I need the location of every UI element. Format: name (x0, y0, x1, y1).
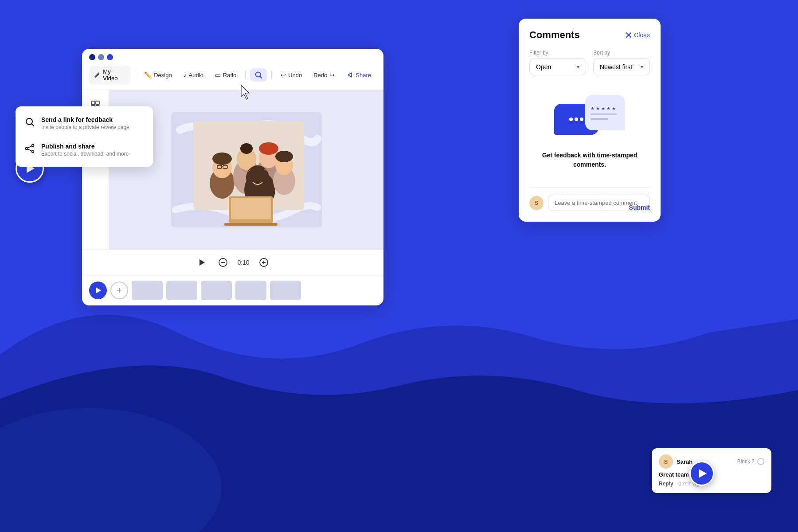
undo-btn[interactable]: ↩ Undo (276, 69, 306, 81)
redo-btn[interactable]: Redo ↪ (309, 69, 339, 81)
svg-line-9 (260, 77, 262, 78)
video-title[interactable]: My Video (89, 66, 130, 84)
share-label: Share (356, 72, 371, 78)
star-4: ★ (606, 106, 610, 111)
publish-share-icon (24, 143, 35, 154)
empty-heading: Get feedback with time-stamped comments. (542, 151, 638, 169)
ratio-btn[interactable]: ▭ Ratio (211, 69, 241, 81)
video-frame (171, 112, 322, 227)
svg-rect-35 (224, 223, 278, 226)
bubble-secondary: ★ ★ ★ ★ ★ (585, 95, 625, 130)
editor-card: My Video ✏️ Design ♪ Audio ▭ Ratio ↩ Und… (82, 49, 383, 305)
share-icon (347, 72, 353, 78)
zoom-in-btn[interactable] (257, 255, 271, 270)
time-display: 0:10 (237, 259, 249, 266)
sort-by-label: Sort by (593, 50, 650, 56)
publish-share-item[interactable]: Publish and share Export to social, down… (16, 137, 153, 163)
comments-empty-state: ★ ★ ★ ★ ★ Get feedback with time-stamped… (529, 86, 650, 180)
send-link-title: Send a link for feedback (41, 116, 129, 123)
comment-user: S Sarah (659, 454, 692, 469)
filter-by-label: Filter by (529, 50, 586, 56)
bubble-dot-1 (569, 117, 573, 121)
svg-point-21 (212, 153, 232, 165)
play-icon-right (699, 469, 707, 478)
share-btn[interactable]: Share (342, 69, 376, 81)
dot-1 (89, 54, 95, 60)
editor-toolbar: My Video ✏️ Design ♪ Audio ▭ Ratio ↩ Und… (82, 60, 383, 90)
design-label: Design (154, 72, 172, 78)
sort-by-select[interactable]: Newest first ▾ (593, 59, 650, 75)
svg-line-2 (32, 124, 34, 126)
send-link-feedback-item[interactable]: Send a link for feedback Invite people t… (16, 110, 153, 137)
filter-by-group: Filter by Open ▾ (529, 50, 586, 75)
reply-btn[interactable]: Reply (659, 481, 673, 487)
filmstrip-thumb-2[interactable] (166, 281, 197, 300)
commenter-avatar: S (659, 454, 673, 469)
svg-point-29 (246, 165, 269, 190)
redo-label: Redo (313, 72, 327, 78)
close-x-icon (625, 31, 632, 39)
filmstrip-thumb-4[interactable] (235, 281, 266, 300)
zoom-out-btn[interactable] (216, 255, 230, 270)
comments-close-btn[interactable]: Close (625, 31, 650, 39)
filmstrip-thumb-3[interactable] (201, 281, 232, 300)
star-2: ★ (596, 106, 600, 111)
svg-line-7 (27, 149, 32, 151)
star-row: ★ ★ ★ ★ ★ (591, 106, 616, 111)
filmstrip-thumb-1[interactable] (132, 281, 163, 300)
publish-title: Publish and share (41, 143, 129, 150)
search-zoom-btn[interactable] (250, 68, 267, 82)
empty-text-line1: Get feedback with time-stamped (542, 152, 638, 159)
block-label: Block 2 (737, 458, 755, 465)
audio-label: Audio (189, 72, 203, 78)
dot-2 (98, 54, 104, 60)
play-control-btn[interactable] (195, 255, 209, 270)
svg-point-4 (32, 151, 34, 153)
close-label: Close (634, 31, 650, 39)
sort-by-chevron: ▾ (641, 64, 643, 70)
separator-2 (245, 70, 246, 79)
design-icon: ✏️ (144, 71, 152, 78)
audio-btn[interactable]: ♪ Audio (179, 69, 208, 81)
svg-rect-34 (231, 198, 271, 219)
svg-point-8 (256, 72, 261, 77)
bubble-dot-3 (580, 117, 583, 121)
user-avatar: S (529, 196, 544, 210)
zoom-icon (254, 71, 262, 79)
comments-panel: Comments Close Filter by Open ▾ Sort by … (519, 19, 661, 222)
svg-rect-11 (96, 101, 99, 105)
ratio-icon: ▭ (215, 71, 221, 78)
filmstrip: + (82, 275, 383, 305)
comment-block: Block 2 (737, 458, 764, 465)
comment-actions: Reply 1 min ago (659, 481, 764, 487)
separator-1 (135, 70, 135, 79)
ratio-label: Ratio (223, 72, 236, 78)
svg-point-32 (275, 151, 293, 162)
bubble-dot-2 (575, 117, 578, 121)
dot-3 (107, 54, 113, 60)
sort-by-group: Sort by Newest first ▾ (593, 50, 650, 75)
filmstrip-play-icon (96, 287, 101, 293)
filmstrip-play-btn[interactable] (89, 282, 107, 299)
star-1: ★ (591, 106, 595, 111)
send-link-feedback-text: Send a link for feedback Invite people t… (41, 116, 129, 130)
svg-line-6 (27, 146, 32, 148)
line-1 (591, 113, 617, 115)
svg-rect-10 (91, 101, 95, 105)
svg-marker-36 (200, 259, 205, 266)
audio-icon: ♪ (184, 71, 187, 78)
submit-btn[interactable]: Submit (629, 204, 650, 211)
undo-label: Undo (288, 72, 302, 78)
comments-header: Comments Close (529, 29, 650, 41)
filter-by-value: Open (536, 63, 551, 70)
svg-point-5 (26, 148, 28, 150)
publish-share-text: Publish and share Export to social, down… (41, 143, 129, 157)
block-circle-icon (757, 458, 764, 465)
pencil-icon (94, 71, 100, 78)
filter-by-select[interactable]: Open ▾ (529, 59, 586, 75)
star-5: ★ (612, 106, 616, 111)
redo-icon: ↪ (329, 71, 335, 78)
filmstrip-thumb-5[interactable] (270, 281, 301, 300)
design-btn[interactable]: ✏️ Design (140, 69, 176, 81)
filmstrip-add-btn[interactable]: + (110, 282, 128, 299)
